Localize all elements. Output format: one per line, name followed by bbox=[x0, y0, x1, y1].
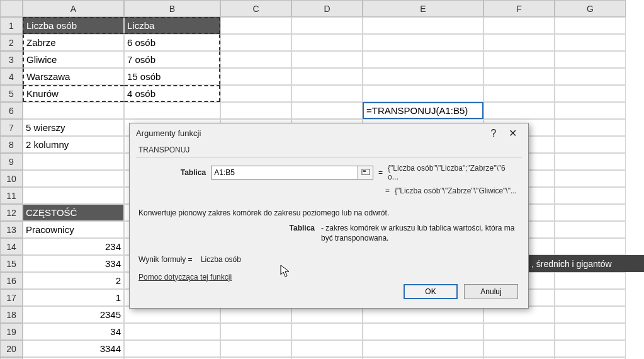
cell-E3[interactable] bbox=[363, 51, 483, 68]
cell-G18[interactable] bbox=[555, 306, 626, 323]
cell-F18[interactable] bbox=[483, 306, 555, 323]
cell-D6[interactable] bbox=[291, 102, 363, 119]
cell-A17[interactable]: 1 bbox=[23, 289, 124, 306]
function-help-link[interactable]: Pomoc dotycząca tej funkcji bbox=[138, 273, 232, 282]
row-header-17[interactable]: 17 bbox=[0, 289, 23, 306]
row-header-20[interactable]: 20 bbox=[0, 340, 23, 357]
row-header-5[interactable]: 5 bbox=[0, 85, 23, 102]
cell-B20[interactable] bbox=[124, 340, 220, 357]
cell-G8[interactable] bbox=[555, 136, 626, 153]
cell-F2[interactable] bbox=[483, 34, 555, 51]
cell-A2[interactable]: Zabrze bbox=[23, 34, 124, 51]
cell-B19[interactable] bbox=[124, 323, 220, 340]
cell-C19[interactable] bbox=[220, 323, 291, 340]
collapse-dialog-button[interactable] bbox=[358, 166, 373, 179]
tablica-input[interactable] bbox=[212, 166, 358, 179]
cell-A4[interactable]: Warszawa bbox=[23, 68, 124, 85]
column-header-A[interactable]: A bbox=[23, 0, 124, 17]
cell-E19[interactable] bbox=[363, 323, 483, 340]
cell-G19[interactable] bbox=[555, 323, 626, 340]
row-header-10[interactable]: 10 bbox=[0, 170, 23, 187]
cell-F19[interactable] bbox=[483, 323, 555, 340]
cell-G6[interactable] bbox=[555, 102, 626, 119]
cell-F5[interactable] bbox=[483, 85, 555, 102]
cell-C3[interactable] bbox=[220, 51, 291, 68]
cell-A7[interactable]: 5 wierszy bbox=[23, 119, 124, 136]
row-header-19[interactable]: 19 bbox=[0, 323, 23, 340]
cell-G7[interactable] bbox=[555, 119, 626, 136]
column-header-B[interactable]: B bbox=[124, 0, 220, 17]
cell-G2[interactable] bbox=[555, 34, 626, 51]
cell-A20[interactable]: 3344 bbox=[23, 340, 124, 357]
cell-C6[interactable] bbox=[220, 102, 291, 119]
cell-G16[interactable] bbox=[555, 272, 626, 289]
cell-A15[interactable]: 334 bbox=[23, 255, 124, 272]
cell-B2[interactable]: 6 osób bbox=[124, 34, 220, 51]
row-header-7[interactable]: 7 bbox=[0, 119, 23, 136]
cell-F6[interactable] bbox=[483, 102, 555, 119]
cell-C4[interactable] bbox=[220, 68, 291, 85]
row-header-18[interactable]: 18 bbox=[0, 306, 23, 323]
cell-D20[interactable] bbox=[291, 340, 363, 357]
cancel-button[interactable]: Anuluj bbox=[464, 284, 518, 299]
cell-B4[interactable]: 15 osób bbox=[124, 68, 220, 85]
cell-D4[interactable] bbox=[291, 68, 363, 85]
cell-A13[interactable]: Pracownicy bbox=[23, 221, 124, 238]
cell-A3[interactable]: Gliwice bbox=[23, 51, 124, 68]
cell-D3[interactable] bbox=[291, 51, 363, 68]
cell-B3[interactable]: 7 osób bbox=[124, 51, 220, 68]
cell-E5[interactable] bbox=[363, 85, 483, 102]
cell-E2[interactable] bbox=[363, 34, 483, 51]
column-header-G[interactable]: G bbox=[555, 0, 626, 17]
row-header-9[interactable]: 9 bbox=[0, 153, 23, 170]
cell-A18[interactable]: 2345 bbox=[23, 306, 124, 323]
cell-A5[interactable]: Knurów bbox=[23, 85, 124, 102]
cell-F3[interactable] bbox=[483, 51, 555, 68]
cell-F4[interactable] bbox=[483, 68, 555, 85]
cell-A9[interactable] bbox=[23, 153, 124, 170]
cell-A11[interactable] bbox=[23, 187, 124, 204]
column-header-F[interactable]: F bbox=[483, 0, 555, 17]
row-header-16[interactable]: 16 bbox=[0, 272, 23, 289]
row-header-12[interactable]: 12 bbox=[0, 204, 23, 221]
row-header-11[interactable]: 11 bbox=[0, 187, 23, 204]
cell-A16[interactable]: 2 bbox=[23, 272, 124, 289]
cell-G17[interactable] bbox=[555, 289, 626, 306]
cell-C1[interactable] bbox=[220, 17, 291, 34]
cell-A6[interactable] bbox=[23, 102, 124, 119]
close-button[interactable]: ✕ bbox=[503, 127, 522, 139]
cell-E20[interactable] bbox=[363, 340, 483, 357]
cell-D18[interactable] bbox=[291, 306, 363, 323]
cell-A14[interactable]: 234 bbox=[23, 238, 124, 255]
cell-E4[interactable] bbox=[363, 68, 483, 85]
cell-G11[interactable] bbox=[555, 187, 626, 204]
row-header-2[interactable]: 2 bbox=[0, 34, 23, 51]
cell-E18[interactable] bbox=[363, 306, 483, 323]
cell-B1[interactable]: Liczba bbox=[124, 17, 220, 34]
row-header-6[interactable]: 6 bbox=[0, 102, 23, 119]
column-header-D[interactable]: D bbox=[291, 0, 363, 17]
cell-D1[interactable] bbox=[291, 17, 363, 34]
cell-A1[interactable]: Liczba osób bbox=[23, 17, 124, 34]
cell-G3[interactable] bbox=[555, 51, 626, 68]
cell-F20[interactable] bbox=[483, 340, 555, 357]
cell-G1[interactable] bbox=[555, 17, 626, 34]
cell-G4[interactable] bbox=[555, 68, 626, 85]
cell-G10[interactable] bbox=[555, 170, 626, 187]
cell-C2[interactable] bbox=[220, 34, 291, 51]
cell-D19[interactable] bbox=[291, 323, 363, 340]
row-header-4[interactable]: 4 bbox=[0, 68, 23, 85]
cell-C5[interactable] bbox=[220, 85, 291, 102]
cell-C18[interactable] bbox=[220, 306, 291, 323]
cell-F1[interactable] bbox=[483, 17, 555, 34]
cell-B5[interactable]: 4 osób bbox=[124, 85, 220, 102]
cell-G13[interactable] bbox=[555, 221, 626, 238]
cell-G12[interactable] bbox=[555, 204, 626, 221]
cell-D5[interactable] bbox=[291, 85, 363, 102]
ok-button[interactable]: OK bbox=[404, 284, 458, 299]
column-header-C[interactable]: C bbox=[220, 0, 291, 17]
cell-B6[interactable] bbox=[124, 102, 220, 119]
cell-D2[interactable] bbox=[291, 34, 363, 51]
cell-G5[interactable] bbox=[555, 85, 626, 102]
row-header-15[interactable]: 15 bbox=[0, 255, 23, 272]
